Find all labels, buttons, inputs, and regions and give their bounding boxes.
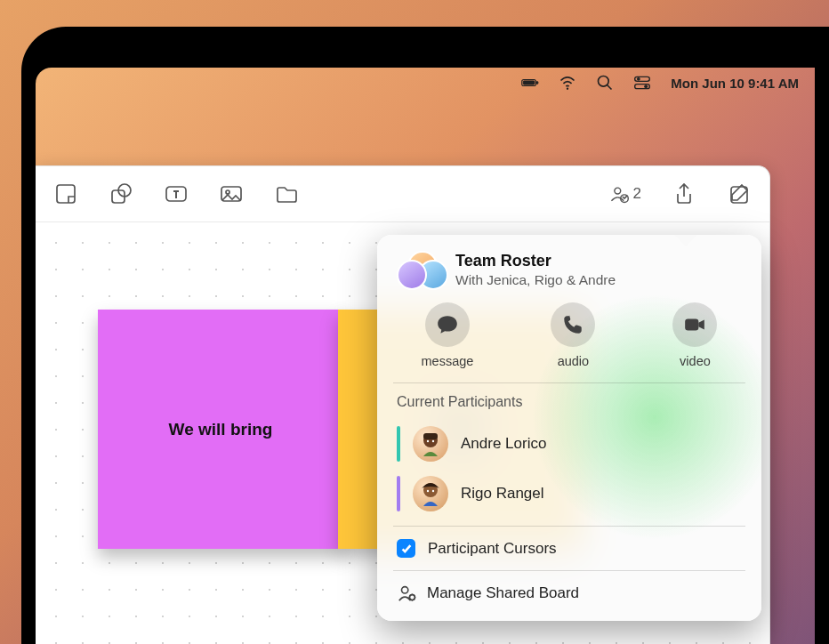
participant-row[interactable]: Rigo Rangel [377,469,761,519]
participants-section-title: Current Participants [377,383,761,419]
spotlight-icon[interactable] [596,74,614,92]
presence-color-bar [397,426,400,462]
svg-point-4 [599,76,609,87]
svg-rect-10 [57,185,75,203]
svg-point-15 [226,190,229,194]
collaboration-popover: Team Roster With Jenica, Rigo & Andre me… [377,235,761,621]
sticky-text: We will bring [169,418,273,441]
popover-title: Team Roster [455,252,616,270]
compose-icon[interactable] [727,181,752,206]
popover-actions: message audio video [377,302,761,382]
svg-line-5 [608,85,612,90]
video-button[interactable]: video [672,302,717,368]
laptop-bezel: Mon Jun 10 9:41 AM [21,27,829,644]
audio-button[interactable]: audio [551,302,595,368]
participant-cursors-toggle[interactable]: Participant Cursors [377,527,761,570]
message-icon [425,302,470,347]
video-icon [672,302,717,347]
sticky-note-violet[interactable]: We will bring [98,310,343,549]
svg-point-22 [427,440,429,442]
desktop-background: Mon Jun 10 9:41 AM [0,0,829,644]
presence-color-bar [397,476,400,511]
control-center-icon[interactable] [633,74,651,92]
share-icon[interactable] [672,181,696,206]
shapes-tool-icon[interactable] [109,181,133,206]
svg-point-26 [432,490,434,492]
toolbar: 2 [36,166,769,222]
participant-avatar [413,426,448,462]
collaborate-button[interactable]: 2 [608,183,641,205]
group-avatar-stack [397,251,443,288]
menu-bar: Mon Jun 10 9:41 AM [36,68,815,98]
media-tool-icon[interactable] [219,181,244,206]
svg-point-3 [567,88,568,90]
sticky-note-tool-icon[interactable] [53,181,78,206]
svg-point-25 [427,490,429,492]
screen: Mon Jun 10 9:41 AM [36,68,815,644]
file-tool-icon[interactable] [274,181,299,206]
svg-point-9 [645,85,648,88]
svg-point-27 [402,587,408,593]
svg-point-23 [432,440,434,442]
phone-icon [551,302,595,347]
svg-point-16 [614,188,620,194]
popover-header: Team Roster With Jenica, Rigo & Andre [377,251,761,302]
svg-point-7 [637,77,640,81]
menu-datetime[interactable]: Mon Jun 10 9:41 AM [671,76,799,91]
svg-rect-2 [537,82,539,85]
svg-rect-21 [423,433,438,439]
participant-name: Andre Lorico [461,435,546,453]
wifi-icon[interactable] [559,74,576,92]
collab-count-label: 2 [633,185,641,203]
text-tool-icon[interactable] [164,181,189,206]
manage-shared-board-button[interactable]: Manage Shared Board [377,571,761,616]
participant-avatar [413,476,448,511]
popover-subtitle: With Jenica, Rigo & Andre [455,272,616,288]
person-gear-icon [397,584,416,603]
message-button[interactable]: message [422,302,474,368]
svg-rect-1 [524,81,535,85]
checkbox-checked-icon [397,539,415,558]
battery-icon[interactable] [521,74,539,92]
participant-name: Rigo Rangel [461,485,544,503]
participant-row[interactable]: Andre Lorico [377,419,761,469]
svg-rect-19 [686,319,699,331]
